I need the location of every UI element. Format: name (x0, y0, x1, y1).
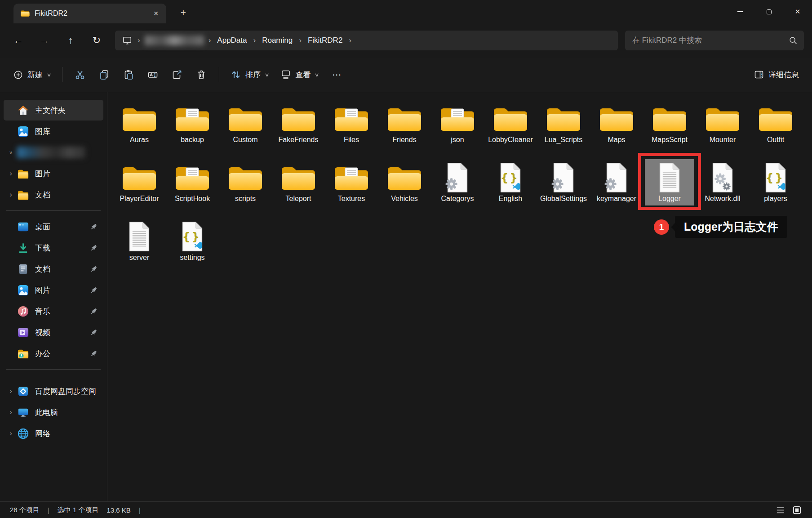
address-bar[interactable]: › › AppData › Roaming › FikitRDR2 › (115, 31, 618, 50)
delete-button[interactable] (191, 64, 212, 85)
folder-item[interactable]: ScriptHook (166, 163, 219, 222)
tab-close-icon[interactable]: ✕ (149, 7, 163, 20)
sidebar-item-office[interactable]: 办公 (4, 343, 103, 364)
file-item[interactable]: keymanager (590, 163, 643, 222)
file-item[interactable]: settings (166, 222, 219, 281)
sort-button[interactable]: 排序 ∨ (225, 64, 275, 85)
large-icons-view-toggle-icon[interactable] (792, 505, 802, 515)
copy-button[interactable] (94, 64, 115, 85)
sidebar-item-videos[interactable]: 视频 (4, 322, 103, 343)
chevron-right-icon[interactable]: › (4, 169, 17, 178)
sidebar-item-documents[interactable]: 文档 (4, 259, 103, 279)
item-label: scripts (235, 194, 256, 203)
list-view-toggle-icon[interactable] (775, 505, 785, 515)
sidebar-item-label: 音乐 (35, 306, 50, 317)
config-file-icon (445, 163, 470, 192)
folder-item[interactable]: Maps (590, 104, 643, 163)
sidebar-item-home[interactable]: 主文件夹 (4, 100, 103, 121)
toolbar-divider (62, 67, 62, 82)
back-button[interactable]: ← (8, 31, 29, 49)
folder-item[interactable]: LobbyCleaner (484, 104, 537, 163)
folder-item[interactable]: Mounter (696, 104, 749, 163)
sidebar-item-network[interactable]: › 网络 (4, 423, 103, 444)
downloads-icon (17, 242, 29, 254)
text-file-icon (127, 222, 152, 251)
tab-title: FikitRDR2 (35, 9, 67, 18)
paste-button[interactable] (118, 64, 139, 85)
folder-item[interactable]: Auras (113, 104, 166, 163)
file-item[interactable]: players (749, 163, 802, 222)
folder-icon (17, 189, 29, 201)
sidebar-item-this-pc[interactable]: › 此电脑 (4, 402, 103, 423)
folder-item[interactable]: Textures (325, 163, 378, 222)
chevron-right-icon[interactable]: › (4, 429, 17, 438)
sidebar-item-pictures-tree[interactable]: › 图片 (4, 163, 103, 184)
folder-item[interactable]: Outfit (749, 104, 802, 163)
rename-button[interactable] (142, 64, 163, 85)
sidebar-item-downloads[interactable]: 下载 (4, 237, 103, 258)
share-button[interactable] (167, 64, 187, 85)
breadcrumb-roaming[interactable]: Roaming (260, 35, 294, 46)
sidebar-item-music[interactable]: 音乐 (4, 301, 103, 322)
folder-item[interactable]: Files (325, 104, 378, 163)
sidebar-item-user-account[interactable]: ∨ (4, 142, 103, 163)
new-button[interactable]: 新建 ∨ (7, 64, 57, 85)
up-button[interactable]: ↑ (60, 31, 81, 49)
file-item[interactable]: GlobalSettings (537, 163, 590, 222)
view-button[interactable]: 查看 ∨ (275, 64, 324, 85)
item-label: ScriptHook (175, 194, 210, 203)
maximize-button[interactable] (754, 0, 783, 23)
search-icon (788, 36, 798, 45)
minimize-button[interactable] (726, 0, 754, 23)
sort-label: 排序 (245, 70, 261, 80)
file-item-logger[interactable]: Logger 1 Logger为日志文件 (643, 163, 696, 222)
folder-item[interactable]: Friends (378, 104, 431, 163)
folder-icon (122, 165, 157, 192)
file-item[interactable]: English (484, 163, 537, 222)
chevron-right-icon[interactable]: › (4, 408, 17, 417)
breadcrumb-appdata[interactable]: AppData (215, 35, 248, 46)
chevron-right-icon[interactable]: › (4, 190, 17, 199)
folder-item[interactable]: Custom (219, 104, 272, 163)
folder-item[interactable]: Teleport (272, 163, 325, 222)
file-item[interactable]: server (113, 222, 166, 281)
sidebar-item-gallery[interactable]: 图库 (4, 121, 103, 142)
new-plus-icon (13, 70, 23, 80)
folder-item[interactable]: Lua_Scripts (537, 104, 590, 163)
details-pane-button[interactable]: 详细信息 (748, 64, 805, 85)
videos-icon (17, 326, 29, 339)
new-tab-button[interactable]: + (176, 6, 191, 19)
folder-item[interactable]: FakeFriends (272, 104, 325, 163)
command-bar: 新建 ∨ 排序 ∨ 查看 ∨ ⋯ 详细信息 (0, 58, 812, 92)
sidebar-item-label: 桌面 (35, 222, 50, 232)
folder-item[interactable]: backup (166, 104, 219, 163)
cut-button[interactable] (70, 64, 90, 85)
home-icon (17, 104, 29, 116)
folder-item[interactable]: PlayerEditor (113, 163, 166, 222)
close-button[interactable]: ✕ (783, 0, 812, 23)
file-item[interactable]: Network.dll (696, 163, 749, 222)
redacted-path-segment[interactable] (145, 36, 204, 45)
breadcrumb-fikitrdr2[interactable]: FikitRDR2 (306, 35, 344, 46)
sidebar-item-baidu-netdisk[interactable]: › 百度网盘同步空间 (4, 381, 103, 402)
folder-item[interactable]: scripts (219, 163, 272, 222)
more-options-button[interactable]: ⋯ (326, 64, 347, 85)
refresh-button[interactable]: ↻ (86, 31, 107, 49)
folder-item[interactable]: MapsScript (643, 104, 696, 163)
breadcrumb-chevron: › (133, 36, 145, 45)
file-list-area: Auras backup Custom FakeFriends Files Fr… (107, 92, 812, 501)
chevron-icon[interactable]: ∨ (4, 150, 17, 156)
sidebar-item-documents-tree[interactable]: › 文档 (4, 184, 103, 205)
sidebar-item-pictures[interactable]: 图片 (4, 280, 103, 300)
search-input[interactable] (625, 31, 804, 50)
folder-item[interactable]: json (431, 104, 484, 163)
explorer-tab[interactable]: FikitRDR2 ✕ (13, 4, 166, 23)
forward-button[interactable]: → (34, 31, 55, 49)
folder-icon (17, 168, 29, 180)
sidebar-item-desktop[interactable]: 桌面 (4, 216, 103, 237)
item-label: Outfit (767, 135, 784, 144)
folder-item[interactable]: Vehicles (378, 163, 431, 222)
file-item[interactable]: Categorys (431, 163, 484, 222)
folder-icon (387, 165, 422, 192)
chevron-right-icon[interactable]: › (4, 387, 17, 396)
